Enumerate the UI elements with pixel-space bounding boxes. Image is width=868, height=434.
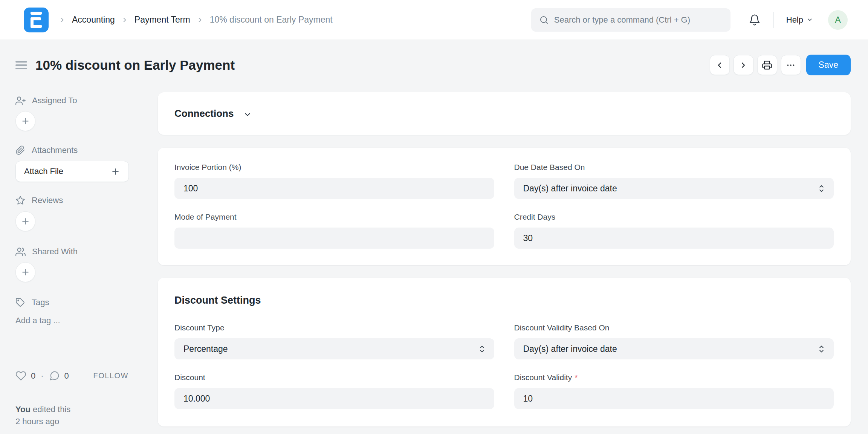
user-avatar[interactable]: A <box>828 10 848 30</box>
global-search[interactable] <box>531 8 730 32</box>
invoice-portion-input[interactable] <box>183 183 485 194</box>
likes-count: 0 <box>31 371 35 381</box>
menu-icon[interactable] <box>15 58 27 73</box>
heart-icon <box>15 370 26 381</box>
discount-input[interactable] <box>183 394 485 404</box>
select-arrows-icon <box>479 345 485 353</box>
plus-icon <box>21 217 30 226</box>
discount-type-value: Percentage <box>183 344 228 354</box>
discount-type-label: Discount Type <box>174 323 494 332</box>
chevron-right-icon <box>121 16 128 24</box>
field-credit-days: Credit Days <box>514 212 834 249</box>
star-icon <box>15 196 25 205</box>
plus-icon <box>21 267 30 277</box>
page-actions: Save <box>710 55 851 75</box>
discount-validity-label-text: Discount Validity <box>514 373 572 382</box>
attach-file-label: Attach File <box>24 167 63 176</box>
breadcrumb: Accounting Payment Term 10% discount on … <box>58 15 333 25</box>
credit-days-control <box>514 228 834 249</box>
user-plus-icon <box>15 96 26 106</box>
select-arrows-icon <box>818 184 825 193</box>
connections-title: Connections <box>174 108 234 119</box>
field-discount-validity-based-on: Discount Validity Based On Day(s) after … <box>514 323 834 359</box>
help-label: Help <box>786 15 803 25</box>
due-date-based-on-select[interactable]: Day(s) after invoice date <box>514 178 834 199</box>
navbar: Accounting Payment Term 10% discount on … <box>0 0 868 40</box>
discount-type-select[interactable]: Percentage <box>174 338 494 359</box>
add-review-button[interactable] <box>15 211 35 231</box>
credit-days-input[interactable] <box>523 233 825 243</box>
avatar-initial: A <box>835 15 841 25</box>
plus-icon <box>111 167 120 176</box>
form-area: Connections Invoice Portion (%) Due Date… <box>158 75 851 428</box>
more-options-button[interactable] <box>781 55 801 75</box>
due-date-based-on-label: Due Date Based On <box>514 163 834 172</box>
chevron-right-icon <box>196 16 204 24</box>
shared-with-label: Shared With <box>32 247 78 257</box>
breadcrumb-item-current: 10% discount on Early Payment <box>210 15 333 25</box>
save-button[interactable]: Save <box>806 55 851 75</box>
discount-settings-title: Discount Settings <box>174 295 834 306</box>
connections-section[interactable]: Connections <box>158 92 851 135</box>
discount-validity-based-on-value: Day(s) after invoice date <box>523 344 617 354</box>
field-discount: Discount <box>174 373 494 409</box>
users-icon <box>15 247 26 257</box>
edited-time: 2 hours ago <box>15 416 158 428</box>
printer-icon <box>762 60 772 70</box>
chevron-left-icon <box>715 61 724 70</box>
breadcrumb-item-accounting[interactable]: Accounting <box>72 15 115 25</box>
sidebar-section-assigned-to: Assigned To <box>15 95 158 106</box>
credit-days-label: Credit Days <box>514 212 834 222</box>
follow-button[interactable]: FOLLOW <box>93 371 128 380</box>
page-title: 10% discount on Early Payment <box>35 58 235 73</box>
add-assignment-button[interactable] <box>15 111 35 131</box>
sidebar-footer: 0 · 0 FOLLOW <box>15 370 128 381</box>
tags-label: Tags <box>32 298 49 307</box>
edited-by: You <box>15 405 31 414</box>
page-header: 10% discount on Early Payment Save <box>15 40 851 75</box>
help-menu[interactable]: Help <box>786 15 813 25</box>
share-button[interactable] <box>15 262 35 282</box>
field-mode-of-payment: Mode of Payment <box>174 212 494 249</box>
notifications-button[interactable] <box>749 14 761 26</box>
chevron-down-icon <box>243 110 252 119</box>
comments-counter[interactable]: 0 <box>49 370 69 381</box>
discount-validity-based-on-label: Discount Validity Based On <box>514 323 834 332</box>
discount-validity-control <box>514 388 834 409</box>
attach-file-button[interactable]: Attach File <box>15 161 129 182</box>
reviews-label: Reviews <box>32 196 63 205</box>
prev-document-button[interactable] <box>710 55 730 75</box>
app-logo-icon[interactable] <box>24 8 49 32</box>
navbar-divider <box>773 12 774 28</box>
sidebar-section-tags: Tags <box>15 297 158 308</box>
print-button[interactable] <box>757 55 777 75</box>
discount-validity-input[interactable] <box>523 394 825 404</box>
breadcrumb-item-payment-term[interactable]: Payment Term <box>134 15 190 25</box>
page: 10% discount on Early Payment Save Assig… <box>0 40 868 434</box>
chevron-down-icon <box>807 17 813 23</box>
sidebar-section-attachments: Attachments <box>15 145 158 156</box>
add-tag-input[interactable]: Add a tag ... <box>15 316 158 326</box>
paperclip-icon <box>15 145 25 155</box>
sidebar: Assigned To Attachments Attach File Revi… <box>15 75 158 428</box>
field-discount-validity: Discount Validity* <box>514 373 834 409</box>
assigned-to-label: Assigned To <box>32 96 77 105</box>
search-input[interactable] <box>554 15 722 25</box>
comment-icon <box>49 370 60 381</box>
next-document-button[interactable] <box>734 55 753 75</box>
field-invoice-portion: Invoice Portion (%) <box>174 163 494 199</box>
ellipsis-icon <box>786 60 796 70</box>
plus-icon <box>21 116 30 126</box>
likes-counter[interactable]: 0 <box>15 370 35 381</box>
discount-settings-section: Discount Settings Discount Type Percenta… <box>158 278 851 426</box>
sidebar-section-shared-with: Shared With <box>15 246 158 257</box>
required-asterisk: * <box>575 373 578 382</box>
tag-icon <box>15 298 25 307</box>
mode-of-payment-input[interactable] <box>183 233 485 243</box>
edited-action: edited this <box>31 405 70 414</box>
bell-icon <box>749 14 761 26</box>
sidebar-divider <box>15 394 128 394</box>
chevron-right-icon <box>58 16 66 24</box>
invoice-portion-control <box>174 178 494 199</box>
discount-validity-based-on-select[interactable]: Day(s) after invoice date <box>514 338 834 359</box>
